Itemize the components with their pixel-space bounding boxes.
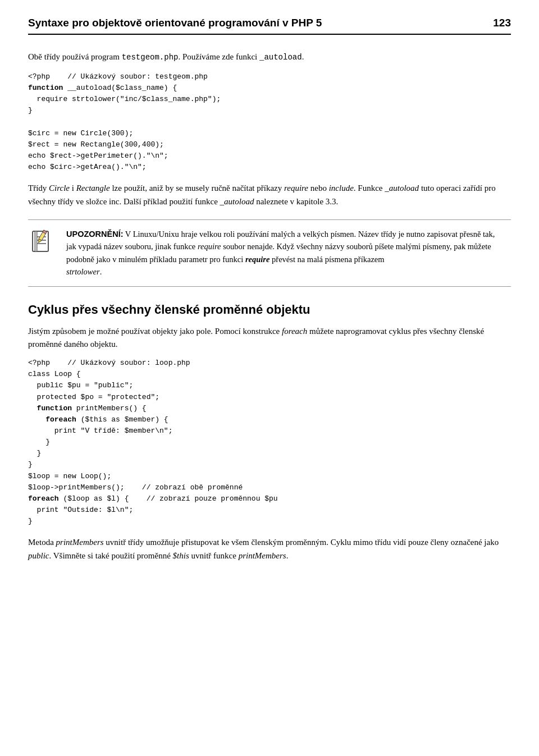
foreach-italic: foreach xyxy=(282,327,307,336)
require-italic: require xyxy=(284,184,308,193)
code-block-2: <?php // Ukázkový soubor: loop.php class… xyxy=(28,358,511,527)
note-require2-italic: require xyxy=(245,255,270,264)
intro-code2: _autoload xyxy=(259,53,302,62)
note-box: UPOZORNĚNÍ: V Linuxu/Unixu hraje velkou … xyxy=(28,219,511,287)
intro-text1: Obě třídy používá program xyxy=(28,52,122,61)
closing-text4: uvnitř funkce xyxy=(189,551,239,560)
intro-text2: . Používáme zde funkci xyxy=(178,52,259,61)
page-header: Syntaxe pro objektově orientované progra… xyxy=(28,17,511,35)
closing-printmembers: printMembers xyxy=(56,538,104,547)
rectangle-italic: Rectangle xyxy=(76,184,110,193)
note-require-italic: require xyxy=(198,242,221,251)
intro-code1: testgeom.php xyxy=(122,53,179,62)
autoload2-italic: _autoload xyxy=(220,197,254,206)
page-number: 123 xyxy=(493,17,511,29)
note-text3: převést na malá písmena příkazem xyxy=(270,255,384,264)
note-strtolower-italic: strtolower xyxy=(66,267,100,276)
book-icon xyxy=(28,229,55,258)
include-italic: include xyxy=(329,184,354,193)
intro-paragraph: Obě třídy používá program testgeom.php. … xyxy=(28,51,511,63)
note-content: UPOZORNĚNÍ: V Linuxu/Unixu hraje velkou … xyxy=(66,228,505,278)
intro-text3: . xyxy=(302,52,304,61)
section-intro-text1: Jistým způsobem je možné používat objekt… xyxy=(28,327,282,336)
closing-printmembers2: printMembers xyxy=(239,551,286,560)
page-title: Syntaxe pro objektově orientované progra… xyxy=(28,17,322,29)
closing-period: . xyxy=(286,551,289,560)
section-heading: Cyklus přes všechny členské proměnné obj… xyxy=(28,303,511,317)
closing-public: public xyxy=(28,551,49,560)
note-period: . xyxy=(100,267,102,276)
closing-text1: Metoda xyxy=(28,538,56,547)
svg-rect-1 xyxy=(35,231,37,251)
closing-text3: . Všimněte si také použití proměnné xyxy=(49,551,173,560)
closing-this: $this xyxy=(173,551,189,560)
code-block-1: <?php // Ukázkový soubor: testgeom.php f… xyxy=(28,71,511,173)
note-label: UPOZORNĚNÍ: xyxy=(66,230,124,239)
closing-text2: uvnitř třídy umožňuje přistupovat ke vše… xyxy=(104,538,499,547)
circle-italic: Circle xyxy=(49,184,70,193)
body-para-1: Třídy Circle i Rectangle lze použít, ani… xyxy=(28,182,511,208)
section-intro-para: Jistým způsobem je možné používat objekt… xyxy=(28,325,511,351)
closing-paragraph: Metoda printMembers uvnitř třídy umožňuj… xyxy=(28,536,511,562)
note-icon xyxy=(28,229,57,260)
autoload-italic: _autoload xyxy=(385,184,419,193)
